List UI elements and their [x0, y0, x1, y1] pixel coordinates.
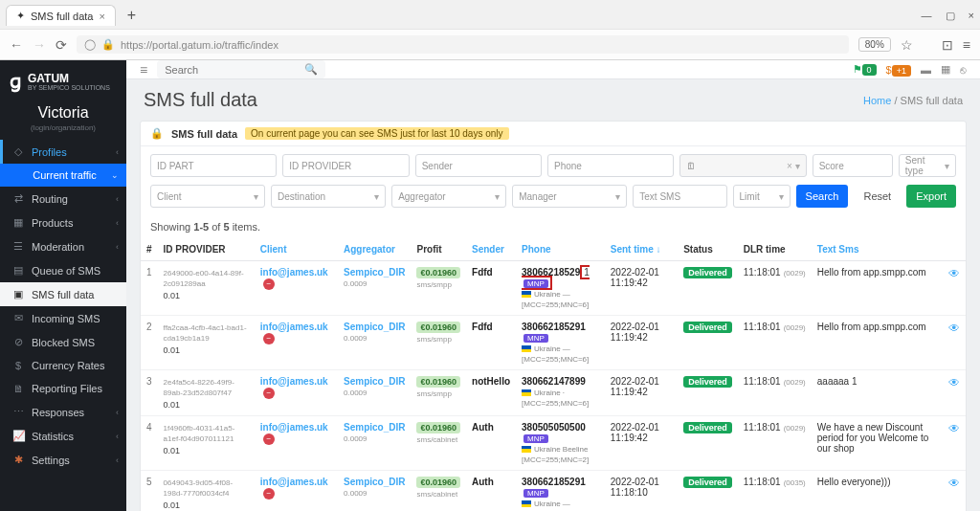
grid-icon[interactable]: ▦ [941, 63, 950, 76]
cell-status: Delivered [678, 471, 738, 512]
cell-phone: 380662185291 MNPUkraine —[MCC=255;MNC=6] [516, 261, 605, 316]
bookmark-icon[interactable]: ☆ [901, 37, 913, 53]
filter-score[interactable]: Score [813, 154, 893, 177]
search-button[interactable]: Search [796, 185, 849, 208]
aggregator-link[interactable]: Sempico_DIR [344, 376, 405, 387]
col-profit[interactable]: Profit [411, 238, 466, 261]
aggregator-link[interactable]: Sempico_DIR [344, 267, 405, 278]
sidebar-item-products[interactable]: ▦Products‹ [0, 211, 126, 234]
sidebar-item-queue[interactable]: ▤Queue of SMS [0, 258, 126, 282]
panel-title: SMS full data [171, 128, 237, 140]
search-icon[interactable]: 🔍 [304, 63, 318, 76]
new-tab-button[interactable]: + [122, 7, 142, 24]
flag-icon[interactable]: ▬ [921, 64, 931, 76]
flag-ukraine-icon [522, 345, 531, 352]
filter-id-part[interactable]: ID PART [150, 154, 277, 177]
status-badge: Delivered [683, 376, 732, 388]
col-status[interactable]: Status [678, 238, 738, 261]
nav-forward-icon[interactable]: → [33, 37, 46, 53]
col-sent-time[interactable]: Sent time ↓ [605, 238, 678, 261]
breadcrumb-home[interactable]: Home [863, 95, 891, 106]
nav-back-icon[interactable]: ← [10, 37, 23, 53]
cell-num: 2 [141, 316, 158, 370]
top-search[interactable]: 🔍 [157, 60, 325, 78]
menu-icon[interactable]: ≡ [963, 37, 970, 53]
cell-profit: €0.01960sms/smpp [411, 261, 466, 316]
col-idp[interactable]: ID PROVIDER [158, 238, 255, 261]
filter-date[interactable]: 🗓× ▾ [679, 154, 806, 177]
client-link[interactable]: info@james.uk [260, 267, 328, 278]
view-icon[interactable]: 👁 [948, 376, 960, 389]
sidebar-item-profiles[interactable]: ◇Profiles‹ [0, 140, 126, 164]
sidebar-item-reporting[interactable]: 🗎Reporting Files [0, 377, 126, 400]
filter-phone[interactable]: Phone [547, 154, 674, 177]
client-link[interactable]: info@james.uk [260, 376, 328, 387]
col-text[interactable]: Text Sms [812, 238, 943, 261]
nav-reload-icon[interactable]: ⟳ [56, 37, 67, 53]
download-icon[interactable]: ⊡ [942, 37, 953, 53]
filter-destination[interactable]: Destination [271, 185, 386, 208]
window-maximize-icon[interactable]: ▢ [946, 10, 955, 22]
window-minimize-icon[interactable]: — [922, 10, 932, 22]
status-dot-icon: − [263, 388, 275, 399]
export-button[interactable]: Export [906, 185, 956, 208]
logout-icon[interactable]: ⎋ [960, 64, 967, 76]
sidebar-item-statistics[interactable]: 📈Statistics‹ [0, 424, 126, 448]
sidebar-item-sms-full[interactable]: ▣SMS full data [0, 282, 126, 306]
client-link[interactable]: info@james.uk [260, 477, 328, 487]
sidebar-item-moderation[interactable]: ☰Moderation‹ [0, 234, 126, 258]
sidebar-item-routing[interactable]: ⇄Routing‹ [0, 187, 126, 211]
filter-text-sms[interactable]: Text SMS [633, 185, 726, 208]
col-client[interactable]: Client [255, 238, 338, 261]
aggregator-link[interactable]: Sempico_DIR [344, 322, 405, 332]
view-icon[interactable]: 👁 [948, 267, 960, 280]
col-aggregator[interactable]: Aggregator [338, 238, 411, 261]
notif-badge-1[interactable]: ⚑0 [853, 63, 877, 76]
view-icon[interactable]: 👁 [948, 422, 960, 435]
sidebar-item-responses[interactable]: ⋯Responses‹ [0, 400, 126, 424]
reset-button[interactable]: Reset [854, 185, 901, 208]
flag-ukraine-icon [522, 446, 531, 453]
col-sender[interactable]: Sender [466, 238, 516, 261]
content-panel: 🔒 SMS full data On current page you can … [140, 121, 967, 511]
browser-tab[interactable]: ✦ SMS full data × [6, 5, 116, 26]
notif-badge-2[interactable]: $+1 [886, 64, 911, 76]
cell-status: Delivered [678, 416, 738, 471]
col-num: # [141, 238, 158, 261]
address-bar[interactable]: ◯ 🔒 https://portal.gatum.io/traffic/inde… [77, 35, 849, 54]
client-link[interactable]: info@james.uk [260, 422, 328, 433]
tab-close-icon[interactable]: × [99, 11, 104, 22]
zoom-level[interactable]: 80% [858, 37, 891, 52]
sidebar-item-blocked[interactable]: ⊘Blocked SMS [0, 330, 126, 354]
filter-sent-type[interactable]: Sent type [899, 154, 956, 177]
chevron-left-icon: ‹ [116, 455, 119, 465]
cell-sent: 2022-02-01 11:19:42 [605, 416, 678, 471]
view-icon[interactable]: 👁 [948, 322, 960, 335]
aggregator-link[interactable]: Sempico_DIR [344, 422, 405, 433]
filter-manager[interactable]: Manager [512, 185, 627, 208]
panel-notice: On current page you can see SMS just for… [245, 127, 508, 140]
aggregator-link[interactable]: Sempico_DIR [344, 477, 405, 487]
filter-sender[interactable]: Sender [415, 154, 542, 177]
sidebar-item-settings[interactable]: ✱Settings‹ [0, 448, 126, 472]
view-icon[interactable]: 👁 [948, 477, 960, 490]
sms-full-icon: ▣ [12, 288, 24, 300]
sidebar-label: Profiles [32, 146, 67, 158]
sidebar-item-currency[interactable]: $Currency Rates [0, 354, 126, 377]
window-close-icon[interactable]: × [969, 10, 974, 22]
currency-icon: $ [12, 360, 24, 371]
filter-client[interactable]: Client [150, 185, 265, 208]
filter-limit[interactable]: Limit [733, 185, 791, 208]
client-link[interactable]: info@james.uk [260, 322, 328, 332]
col-phone[interactable]: Phone [516, 238, 605, 261]
col-dlr[interactable]: DLR time [738, 238, 812, 261]
filter-aggregator[interactable]: Aggregator [391, 185, 506, 208]
sidebar-label: Statistics [32, 431, 74, 442]
sidebar-item-incoming[interactable]: ✉Incoming SMS [0, 306, 126, 330]
hamburger-icon[interactable]: ≡ [140, 62, 147, 78]
clear-icon[interactable]: × ▾ [787, 161, 800, 171]
search-input[interactable] [165, 64, 297, 76]
cell-text: Hello from app.smpp.com [812, 316, 943, 370]
filter-id-provider[interactable]: ID PROVIDER [282, 154, 409, 177]
sidebar-item-current-traffic[interactable]: Current traffic⌄ [0, 164, 126, 187]
